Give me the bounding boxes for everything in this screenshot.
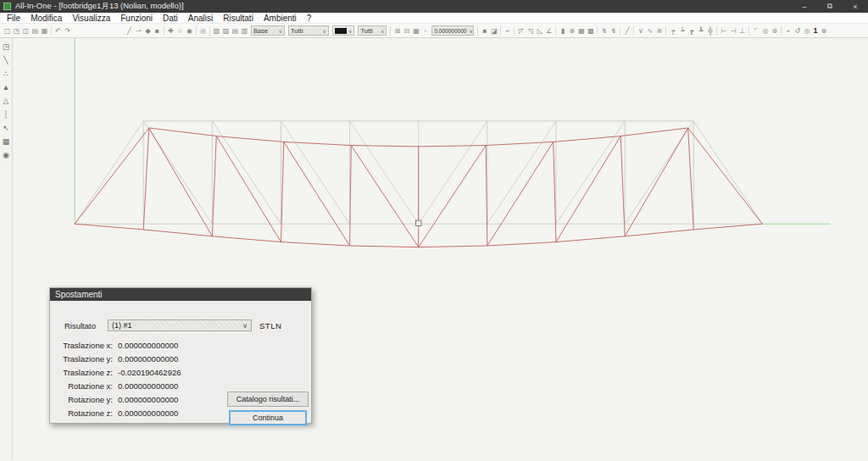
minimize-button[interactable]: –	[792, 0, 817, 13]
diagram-3-icon[interactable]: ┲	[687, 25, 696, 36]
replay-icon[interactable]: ↺	[793, 25, 802, 36]
diagram-4-icon[interactable]: ┺	[696, 25, 705, 36]
view-sheet-2-icon[interactable]: ▨	[221, 25, 231, 36]
solid-view-icon[interactable]: ■	[480, 25, 489, 36]
menu-item-risultati[interactable]: Risultati	[218, 13, 259, 24]
close-button[interactable]: ×	[843, 0, 868, 13]
filter-select[interactable]: Tutti∨	[288, 25, 329, 36]
menu-item-help[interactable]: ?	[302, 13, 317, 24]
field-value: -0.020190462926	[118, 368, 181, 377]
anim-icon[interactable]: ⌁	[783, 25, 793, 36]
menu-item-dati[interactable]: Dati	[158, 13, 183, 24]
diagram-2-icon[interactable]: ┶	[677, 25, 687, 36]
circle-icon[interactable]: ○	[175, 25, 185, 36]
target-icon[interactable]: ◎	[802, 25, 811, 36]
points-tool-icon[interactable]: ∴	[1, 69, 12, 79]
result-select-value: (1) #1	[112, 321, 132, 330]
grid-tool-icon[interactable]: ▦	[1, 136, 12, 147]
field-row: Traslazione y: 0.000000000000	[50, 354, 311, 364]
slash-icon[interactable]: ╱	[622, 25, 632, 36]
menu-item-ambienti[interactable]: Ambienti	[259, 13, 302, 24]
dialog-title[interactable]: Spostamenti	[50, 288, 311, 301]
result-select[interactable]: (1) #1 ∨	[108, 319, 252, 331]
view-sheet-1-icon[interactable]: ▧	[212, 25, 221, 36]
eraser-tool-icon[interactable]: ◳	[1, 42, 12, 52]
catalog-results-button[interactable]: Catalogo risultati...	[227, 392, 309, 407]
new-file-icon[interactable]: ▢	[3, 25, 12, 36]
menu-bar: FileModificaVisualizzaFunzioniDatiAnalis…	[0, 13, 868, 24]
color-select[interactable]: ∨	[332, 25, 354, 36]
grid-remove-icon[interactable]: ⊟	[402, 25, 411, 36]
lamp-tool-icon[interactable]: △	[1, 96, 12, 106]
beam-icon[interactable]: ▮	[558, 25, 567, 36]
result-type-tag: STLN	[259, 321, 281, 330]
menu-item-modifica[interactable]: Modifica	[25, 13, 67, 24]
view-sheet-3-icon[interactable]: ▤	[231, 25, 240, 36]
field-row: Traslazione x: 0.000000000000	[50, 341, 311, 351]
line-tool-icon[interactable]: ╲	[1, 55, 12, 65]
scale-select[interactable]: 0.000000000∨	[431, 25, 474, 36]
mesh-icon[interactable]: ▦	[411, 25, 420, 36]
node-icon[interactable]: ◆	[143, 25, 153, 36]
result-2-icon[interactable]: ◎	[760, 25, 770, 36]
fill-tool-icon[interactable]: ▲	[1, 82, 12, 92]
point-icon[interactable]: ◉	[185, 25, 194, 36]
support-1-icon[interactable]: ⊢	[719, 25, 728, 36]
draw-line-icon[interactable]: ╱	[125, 25, 134, 36]
continue-button[interactable]: Continua	[229, 410, 307, 425]
window-title: All-In-One - [footbridge1月13 (Nolian, mo…	[15, 1, 184, 12]
field-label: Traslazione y:	[50, 354, 113, 364]
step-icon[interactable]: ⊕	[819, 25, 828, 36]
wave-2-icon[interactable]: ∿	[645, 25, 654, 36]
support-2-icon[interactable]: ⊣	[728, 25, 737, 36]
diagram-5-icon[interactable]: ╬	[705, 25, 715, 36]
select-icon[interactable]: ⇀	[134, 25, 143, 36]
type-select[interactable]: Tutti∨	[358, 25, 387, 36]
diagram-1-icon[interactable]: ┮	[668, 25, 677, 36]
menu-item-funzioni[interactable]: Funzioni	[115, 13, 158, 24]
save-icon[interactable]: ◫	[21, 25, 31, 36]
angle-icon[interactable]: ∠	[544, 25, 554, 36]
element-icon[interactable]: ■	[153, 25, 162, 36]
undo-icon[interactable]: ↶	[53, 25, 63, 36]
add-icon[interactable]: ✚	[166, 25, 175, 36]
redo-icon[interactable]: ↷	[63, 25, 72, 36]
shade-view-icon[interactable]: ◪	[489, 25, 498, 36]
toolbar-separator	[555, 26, 556, 36]
toolbar-separator	[209, 26, 210, 36]
scale-select-value: 0.000000000	[434, 28, 466, 34]
menu-item-file[interactable]: File	[2, 13, 25, 24]
bolt-1-icon[interactable]: ↯	[599, 25, 609, 36]
restore-button[interactable]: ⧉	[817, 0, 843, 13]
menu-item-analisi[interactable]: Analisi	[183, 13, 218, 24]
measure-tool-icon[interactable]: ┆	[1, 109, 12, 119]
magnifier-tool-icon[interactable]: ◉	[1, 150, 12, 160]
axes-icon[interactable]: ⌐	[503, 25, 512, 36]
zoom-tool-icon[interactable]: ◎	[198, 25, 208, 36]
preview-icon[interactable]: ▦	[40, 25, 49, 36]
tri-3-icon[interactable]: ◺	[535, 25, 544, 36]
result-1-icon[interactable]: ⌜	[751, 25, 760, 36]
menu-item-visualizza[interactable]: Visualizza	[67, 13, 115, 24]
grid-add-icon[interactable]: ⊞	[392, 25, 402, 36]
mesh-2-icon[interactable]: ▦	[576, 25, 586, 36]
cursor-tool-icon[interactable]: ↖	[1, 123, 12, 133]
toolbar-separator	[477, 26, 478, 36]
mesh-3-icon[interactable]: ▩	[586, 25, 595, 36]
tri-1-icon[interactable]: ◸	[516, 25, 526, 36]
tri-2-icon[interactable]: ◹	[526, 25, 535, 36]
support-3-icon[interactable]: ⊥	[737, 25, 747, 36]
wave-1-icon[interactable]: ∨	[636, 25, 645, 36]
bolt-2-icon[interactable]: ↯	[609, 25, 618, 36]
open-icon[interactable]: ◳	[12, 25, 21, 36]
chevron-down-icon: ∨	[348, 28, 352, 34]
load-icon[interactable]: ⊕	[567, 25, 576, 36]
result-3-icon[interactable]: ⊛	[770, 25, 779, 36]
view-sheet-4-icon[interactable]: ▥	[240, 25, 249, 36]
toolbar-separator	[633, 26, 634, 36]
print-icon[interactable]: ▤	[31, 25, 40, 36]
type-select-value: Tutti	[360, 27, 372, 35]
blank-icon[interactable]: ▫	[420, 25, 430, 36]
layer-select[interactable]: Base∨	[251, 25, 285, 36]
wave-3-icon[interactable]: ≋	[654, 25, 664, 36]
